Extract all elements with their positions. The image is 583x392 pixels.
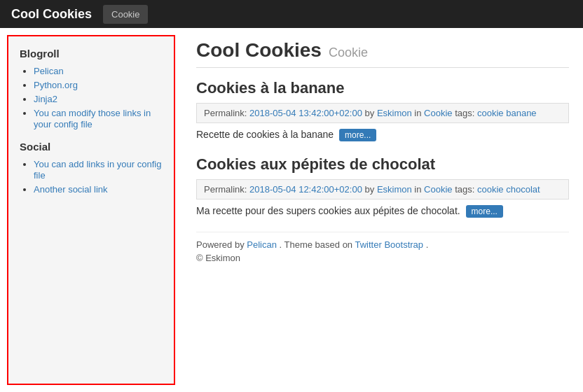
- pelican-link[interactable]: Pelican: [247, 239, 277, 250]
- navbar: Cool Cookies Cookie: [0, 0, 583, 28]
- list-item: Pelican: [34, 65, 163, 76]
- social-link-another[interactable]: Another social link: [34, 184, 108, 195]
- permalink-label: Permalink:: [204, 108, 247, 118]
- social-link-config[interactable]: You can add links in your config file: [34, 159, 161, 181]
- list-item: You can add links in your config file: [34, 158, 163, 181]
- article-body-banane: Recette de cookies à la banane more...: [196, 129, 569, 141]
- page-subtitle: Cookie: [329, 46, 368, 60]
- list-item: Another social link: [34, 183, 163, 195]
- main-content: Cool Cookies Cookie Cookies à la banane …: [182, 28, 583, 392]
- article-author-chocolat[interactable]: Eskimon: [377, 184, 412, 195]
- article-category-chocolat[interactable]: Cookie: [424, 184, 452, 195]
- article-date-chocolat[interactable]: 2018-05-04 12:42:00+02:00: [249, 184, 362, 195]
- tags-label-chocolat: tags:: [455, 184, 474, 195]
- tags-label-banane: tags:: [455, 108, 474, 118]
- article-meta-banane: Permalink: 2018-05-04 13:42:00+02:00 by …: [196, 103, 569, 123]
- footer-copyright: © Eskimon: [196, 253, 569, 263]
- article-title-chocolat: Cookies aux pépites de chocolat: [196, 155, 569, 174]
- blogroll-link-config[interactable]: You can modify those links in your confi…: [34, 108, 151, 130]
- article-tags-banane[interactable]: cookie banane: [477, 108, 537, 118]
- list-item: Jinja2: [34, 93, 163, 104]
- by-label-chocolat: by: [365, 184, 375, 195]
- social-list: You can add links in your config file An…: [20, 158, 163, 195]
- article-body-chocolat: Ma recette pour des supers cookies aux p…: [196, 205, 569, 218]
- by-label-banane: by: [365, 108, 375, 118]
- article-title-banane: Cookies à la banane: [196, 79, 569, 97]
- blogroll-link-jinja[interactable]: Jinja2: [34, 94, 57, 104]
- article-tags-chocolat[interactable]: cookie chocolat: [477, 184, 540, 195]
- list-item: You can modify those links in your confi…: [34, 107, 163, 130]
- article-author-banane[interactable]: Eskimon: [377, 108, 412, 118]
- blogroll-list: Pelican Python.org Jinja2 You can modify…: [20, 65, 163, 130]
- footer: Powered by Pelican . Theme based on Twit…: [196, 232, 569, 263]
- article-date-banane[interactable]: 2018-05-04 13:42:00+02:00: [249, 108, 362, 118]
- blogroll-link-pelican[interactable]: Pelican: [34, 66, 64, 76]
- page-container: Blogroll Pelican Python.org Jinja2 You c…: [0, 28, 583, 392]
- in-label-chocolat: in: [414, 184, 421, 195]
- navbar-link-cookie[interactable]: Cookie: [103, 5, 148, 24]
- blogroll-link-python[interactable]: Python.org: [34, 80, 78, 90]
- navbar-brand: Cool Cookies: [11, 7, 92, 22]
- page-title-row: Cool Cookies Cookie: [196, 39, 569, 68]
- theme-text: . Theme based on: [280, 239, 353, 250]
- article-category-banane[interactable]: Cookie: [424, 108, 452, 118]
- social-section: Social You can add links in your config …: [20, 141, 163, 195]
- article-chocolat: Cookies aux pépites de chocolat Permalin…: [196, 155, 569, 218]
- article-meta-chocolat: Permalink: 2018-05-04 12:42:00+02:00 by …: [196, 179, 569, 200]
- list-item: Python.org: [34, 79, 163, 90]
- page-title: Cool Cookies: [196, 39, 322, 62]
- powered-by-prefix: Powered by: [196, 239, 245, 250]
- article-banane: Cookies à la banane Permalink: 2018-05-0…: [196, 79, 569, 141]
- in-label-banane: in: [414, 108, 421, 118]
- bootstrap-link[interactable]: Twitter Bootstrap: [355, 239, 424, 250]
- more-button-banane[interactable]: more...: [339, 129, 376, 141]
- theme-suffix: .: [426, 239, 429, 250]
- social-title: Social: [20, 141, 163, 153]
- blogroll-title: Blogroll: [20, 48, 163, 59]
- more-button-chocolat[interactable]: more...: [466, 205, 503, 218]
- permalink-label-2: Permalink:: [204, 184, 247, 195]
- sidebar: Blogroll Pelican Python.org Jinja2 You c…: [7, 35, 175, 385]
